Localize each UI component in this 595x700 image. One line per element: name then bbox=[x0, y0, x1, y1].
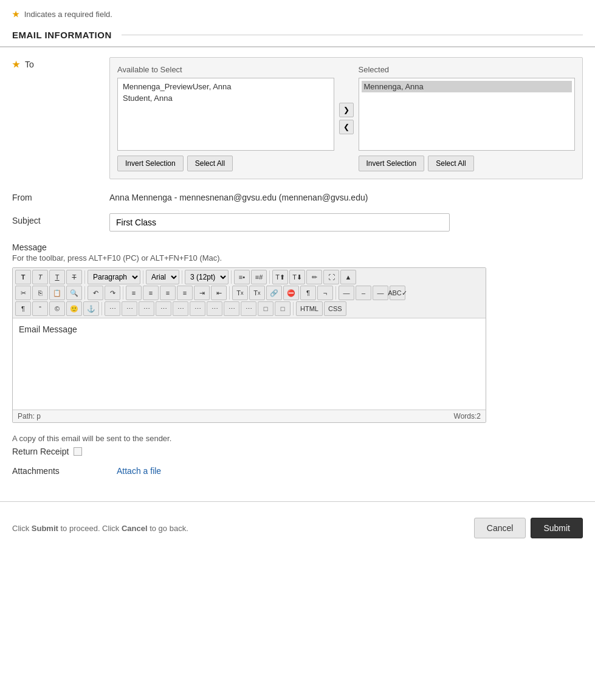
tb-justify-button[interactable]: ≡ bbox=[177, 286, 193, 300]
tb-paste-button[interactable]: 📋 bbox=[49, 286, 65, 300]
tb-box2-button[interactable]: □ bbox=[275, 301, 291, 316]
tb-en-dash-button[interactable]: – bbox=[356, 286, 371, 300]
tb-line-button[interactable]: ― bbox=[373, 286, 388, 300]
attach-file-link[interactable]: Attach a file bbox=[117, 466, 161, 476]
tb-table-row-after-button[interactable]: ⋯ bbox=[173, 301, 188, 316]
tb-table-del-row-button[interactable]: ⋯ bbox=[207, 301, 222, 316]
selected-buttons: Invert Selection Select All bbox=[359, 156, 576, 171]
from-label: From bbox=[12, 190, 109, 202]
return-receipt-checkbox[interactable] bbox=[74, 447, 82, 456]
editor-content[interactable]: Email Message bbox=[19, 324, 480, 334]
available-item-2[interactable]: Student, Anna bbox=[120, 92, 331, 104]
tb-subscript-button[interactable]: Tx bbox=[249, 286, 265, 300]
available-list[interactable]: Mennenga_PreviewUser, Anna Student, Anna bbox=[117, 78, 334, 151]
attachments-label: Attachments bbox=[12, 466, 109, 476]
tb-emoji-button[interactable]: 🙂 bbox=[66, 301, 82, 316]
invert-selection-left-button[interactable]: Invert Selection bbox=[117, 156, 184, 171]
cancel-button[interactable]: Cancel bbox=[474, 518, 526, 538]
tb-ordered-list-button[interactable]: ≡# bbox=[251, 270, 267, 284]
tb-fullscreen-button[interactable]: ⛶ bbox=[323, 270, 339, 284]
footer-cancel-word: Cancel bbox=[122, 524, 148, 533]
tb-copyright-button[interactable]: © bbox=[49, 301, 65, 316]
tb-redo-button[interactable]: ↷ bbox=[105, 286, 120, 300]
move-right-button[interactable]: ❯ bbox=[339, 103, 354, 117]
tb-table-col-after-button[interactable]: ⋯ bbox=[139, 301, 154, 316]
tb-italic-button[interactable]: T bbox=[32, 270, 48, 284]
tb-css-button[interactable]: CSS bbox=[324, 301, 346, 316]
tb-underline-button[interactable]: T bbox=[49, 270, 65, 284]
tb-table-col-before-button[interactable]: ⋯ bbox=[122, 301, 137, 316]
toolbar-row-3: ¶ “ © 🙂 ⚓ ⋯ ⋯ ⋯ ⋯ ⋯ ⋯ ⋯ ⋯ ⋯ □ □ bbox=[15, 301, 483, 316]
toolbar-row-1: T T T T Paragraph Arial 3 (12pt) bbox=[15, 270, 483, 284]
tb-search-button[interactable]: 🔍 bbox=[66, 286, 82, 300]
available-item-1[interactable]: Mennenga_PreviewUser, Anna bbox=[120, 81, 331, 92]
subject-input[interactable] bbox=[109, 213, 450, 232]
tb-table-split-button[interactable]: ⋯ bbox=[224, 301, 239, 316]
tb-open-quote-button[interactable]: “ bbox=[32, 301, 48, 316]
tb-table-button[interactable]: ⋯ bbox=[105, 301, 120, 316]
return-receipt-label: Return Receipt bbox=[12, 447, 69, 456]
tb-bold-button[interactable]: T bbox=[15, 270, 31, 284]
tb-divider-9 bbox=[335, 286, 336, 300]
required-star: ★ bbox=[12, 10, 19, 19]
section-divider bbox=[122, 35, 583, 35]
message-label: Message bbox=[12, 242, 583, 252]
tb-align-left-button[interactable]: ≡ bbox=[126, 286, 142, 300]
tb-cut-button[interactable]: ✂ bbox=[15, 286, 31, 300]
tb-link-button[interactable]: 🔗 bbox=[266, 286, 282, 300]
tb-html-button[interactable]: HTML bbox=[296, 301, 323, 316]
tb-superscript-button[interactable]: Tx bbox=[232, 286, 248, 300]
section-title: EMAIL INFORMATION bbox=[12, 30, 112, 40]
tb-block-mark-button[interactable]: ¬ bbox=[317, 286, 333, 300]
footer-divider bbox=[0, 501, 595, 502]
tb-unordered-list-button[interactable]: ≡• bbox=[234, 270, 250, 284]
available-buttons: Invert Selection Select All bbox=[117, 156, 334, 171]
tb-table-row-before-button[interactable]: ⋯ bbox=[156, 301, 171, 316]
select-all-right-button[interactable]: Select All bbox=[428, 156, 473, 171]
tb-more-button[interactable]: ▲ bbox=[340, 270, 356, 284]
selected-item-1[interactable]: Mennenga, Anna bbox=[362, 81, 573, 92]
tb-unlink-button[interactable]: ⛔ bbox=[283, 286, 299, 300]
selected-list[interactable]: Mennenga, Anna bbox=[359, 78, 576, 151]
tb-increase-font-button[interactable]: T⬆ bbox=[272, 270, 288, 284]
tb-size-select[interactable]: 3 (12pt) bbox=[185, 270, 229, 284]
tb-highlight-button[interactable]: ✏ bbox=[306, 270, 322, 284]
editor-body[interactable]: Email Message bbox=[13, 318, 486, 410]
from-value: Anna Mennenga - mennesnenan@gvsu.edu (me… bbox=[109, 190, 583, 202]
tb-table-merge-button[interactable]: ⋯ bbox=[241, 301, 256, 316]
tb-outdent-button[interactable]: ⇤ bbox=[211, 286, 227, 300]
required-note: ★ Indicates a required field. bbox=[0, 0, 595, 24]
tb-table-del-col-button[interactable]: ⋯ bbox=[190, 301, 205, 316]
move-left-button[interactable]: ❮ bbox=[339, 120, 354, 134]
tb-undo-button[interactable]: ↶ bbox=[88, 286, 103, 300]
tb-divider-8 bbox=[229, 286, 230, 300]
tb-copy-button[interactable]: ⎘ bbox=[32, 286, 48, 300]
available-col: Available to Select Mennenga_PreviewUser… bbox=[117, 65, 334, 171]
tb-spellcheck-button[interactable]: ABC✓ bbox=[390, 286, 405, 300]
tb-decrease-font-button[interactable]: T⬇ bbox=[289, 270, 305, 284]
tb-em-dash-button[interactable]: — bbox=[339, 286, 354, 300]
message-hint: For the toolbar, press ALT+F10 (PC) or A… bbox=[12, 253, 583, 262]
select-all-left-button[interactable]: Select All bbox=[187, 156, 233, 171]
editor-path: Path: p bbox=[18, 412, 41, 420]
submit-button[interactable]: Submit bbox=[531, 518, 583, 538]
tb-align-right-button[interactable]: ≡ bbox=[160, 286, 176, 300]
tb-anchor-button[interactable]: ⚓ bbox=[83, 301, 99, 316]
to-selector: Available to Select Mennenga_PreviewUser… bbox=[109, 57, 583, 179]
tb-strikethrough-button[interactable]: T bbox=[66, 270, 82, 284]
tb-quote-button[interactable]: ¶ bbox=[15, 301, 31, 316]
footer-buttons: Cancel Submit bbox=[474, 518, 583, 538]
subject-label: Subject bbox=[12, 213, 109, 225]
tb-paragraph-mark-button[interactable]: ¶ bbox=[300, 286, 316, 300]
editor-toolbar: T T T T Paragraph Arial 3 (12pt) bbox=[13, 268, 486, 318]
tb-paragraph-select[interactable]: Paragraph bbox=[88, 270, 140, 284]
tb-align-center-button[interactable]: ≡ bbox=[143, 286, 159, 300]
tb-box-button[interactable]: □ bbox=[258, 301, 273, 316]
tb-font-select[interactable]: Arial bbox=[146, 270, 179, 284]
tb-indent-button[interactable]: ⇥ bbox=[194, 286, 210, 300]
tb-divider-4 bbox=[231, 270, 232, 284]
selector-arrows: ❯ ❮ bbox=[334, 65, 359, 171]
subject-row: Subject bbox=[12, 213, 583, 232]
tb-divider-11 bbox=[293, 302, 294, 315]
invert-selection-right-button[interactable]: Invert Selection bbox=[359, 156, 425, 171]
